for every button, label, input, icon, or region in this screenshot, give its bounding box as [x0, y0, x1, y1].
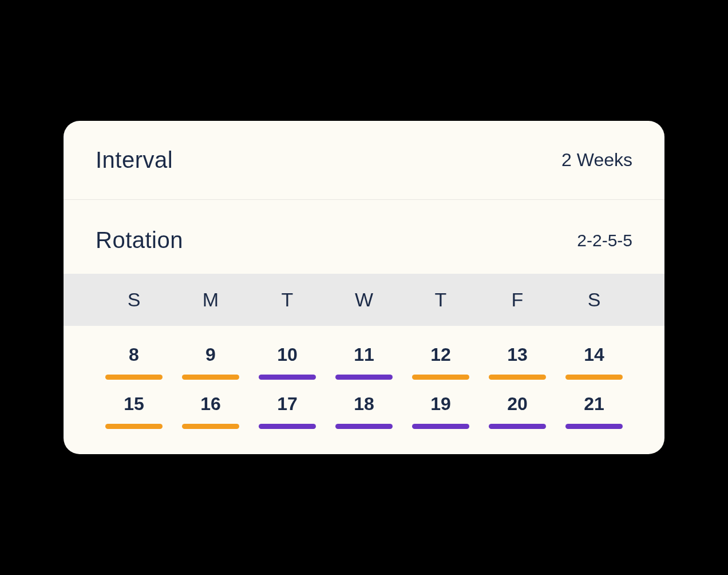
rotation-bar: [182, 424, 239, 429]
rotation-bar: [105, 375, 163, 380]
day-header-fri: F: [479, 289, 556, 311]
day-number: 13: [507, 344, 528, 365]
day-number: 20: [507, 393, 528, 415]
interval-label: Interval: [96, 147, 173, 173]
calendar-day[interactable]: 21: [556, 393, 632, 429]
rotation-bar: [565, 424, 623, 429]
calendar-day[interactable]: 11: [326, 344, 402, 380]
rotation-bar: [335, 375, 393, 380]
rotation-bar: [412, 375, 469, 380]
calendar-day[interactable]: 13: [479, 344, 556, 380]
schedule-card: Interval 2 Weeks Rotation 2-2-5-5 S M T …: [64, 121, 664, 454]
calendar-day[interactable]: 8: [96, 344, 172, 380]
rotation-bar: [565, 375, 623, 380]
day-number: 16: [200, 393, 221, 415]
week-row: 8 9 10 11 12 13: [96, 344, 632, 380]
calendar-day[interactable]: 19: [402, 393, 479, 429]
day-header-tue: T: [249, 289, 326, 311]
calendar-day[interactable]: 9: [172, 344, 249, 380]
day-header-mon: M: [172, 289, 249, 311]
rotation-bar: [489, 424, 546, 429]
calendar-day[interactable]: 12: [402, 344, 479, 380]
rotation-bar: [105, 424, 163, 429]
day-number: 19: [430, 393, 451, 415]
day-number: 14: [584, 344, 604, 365]
day-number: 15: [124, 393, 144, 415]
day-number: 11: [354, 344, 374, 365]
interval-row[interactable]: Interval 2 Weeks: [64, 121, 664, 200]
week-row: 15 16 17 18 19 20: [96, 393, 632, 429]
calendar-day[interactable]: 20: [479, 393, 556, 429]
rotation-bar: [182, 375, 239, 380]
calendar-day[interactable]: 14: [556, 344, 632, 380]
day-number: 9: [205, 344, 216, 365]
rotation-label: Rotation: [96, 227, 183, 253]
day-number: 10: [277, 344, 298, 365]
calendar-day[interactable]: 15: [96, 393, 172, 429]
day-number: 18: [354, 393, 374, 415]
day-header-wed: W: [326, 289, 402, 311]
calendar-grid: 8 9 10 11 12 13: [64, 326, 664, 454]
rotation-bar: [259, 424, 316, 429]
day-header-sat: S: [556, 289, 632, 311]
day-header-row: S M T W T F S: [64, 274, 664, 326]
rotation-bar: [335, 424, 393, 429]
day-number: 21: [584, 393, 604, 415]
day-header-sun: S: [96, 289, 172, 311]
rotation-value: 2-2-5-5: [577, 231, 632, 250]
rotation-row[interactable]: Rotation 2-2-5-5: [64, 200, 664, 274]
rotation-bar: [489, 375, 546, 380]
interval-value: 2 Weeks: [561, 149, 632, 171]
day-number: 17: [277, 393, 298, 415]
calendar-day[interactable]: 18: [326, 393, 402, 429]
day-number: 8: [129, 344, 139, 365]
day-header-thu: T: [402, 289, 479, 311]
calendar-day[interactable]: 16: [172, 393, 249, 429]
day-number: 12: [430, 344, 451, 365]
calendar-day[interactable]: 17: [249, 393, 326, 429]
rotation-bar: [412, 424, 469, 429]
calendar-day[interactable]: 10: [249, 344, 326, 380]
rotation-bar: [259, 375, 316, 380]
